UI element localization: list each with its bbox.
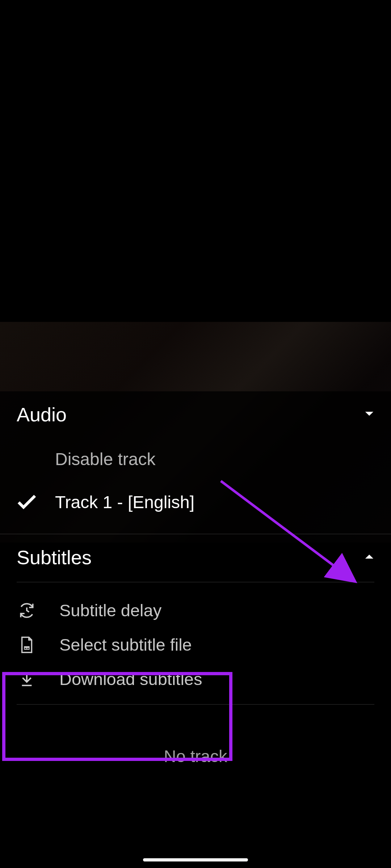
audio-track-1-label: Track 1 - [English] (55, 492, 194, 512)
no-track-message: No track (0, 705, 391, 788)
audio-track-1[interactable]: Track 1 - [English] (0, 481, 391, 524)
tracks-panel: Audio Disable track Track 1 - [English] … (0, 391, 391, 788)
select-subtitle-file-option[interactable]: Select subtitle file (0, 627, 391, 662)
audio-disable-track[interactable]: Disable track (0, 438, 391, 481)
subtitle-delay-label: Subtitle delay (59, 600, 161, 620)
select-subtitle-file-label: Select subtitle file (59, 635, 192, 655)
subtitles-section-header[interactable]: Subtitles (0, 534, 391, 580)
download-subtitles-option[interactable]: Download subtitles (0, 662, 391, 696)
caret-up-icon (364, 553, 374, 561)
svg-rect-1 (25, 648, 26, 648)
caret-down-icon (364, 410, 374, 418)
check-icon (17, 495, 37, 510)
audio-section-header[interactable]: Audio (0, 391, 391, 438)
download-subtitles-label: Download subtitles (59, 669, 202, 689)
subtitle-delay-option[interactable]: Subtitle delay (0, 593, 391, 627)
file-subtitle-icon (17, 636, 37, 654)
audio-disable-label: Disable track (55, 449, 155, 469)
home-indicator[interactable] (143, 858, 248, 861)
subtitles-section-title: Subtitles (17, 546, 92, 569)
sync-icon (17, 601, 37, 620)
audio-section-title: Audio (17, 403, 67, 426)
svg-rect-2 (27, 648, 29, 648)
download-icon (17, 670, 37, 688)
